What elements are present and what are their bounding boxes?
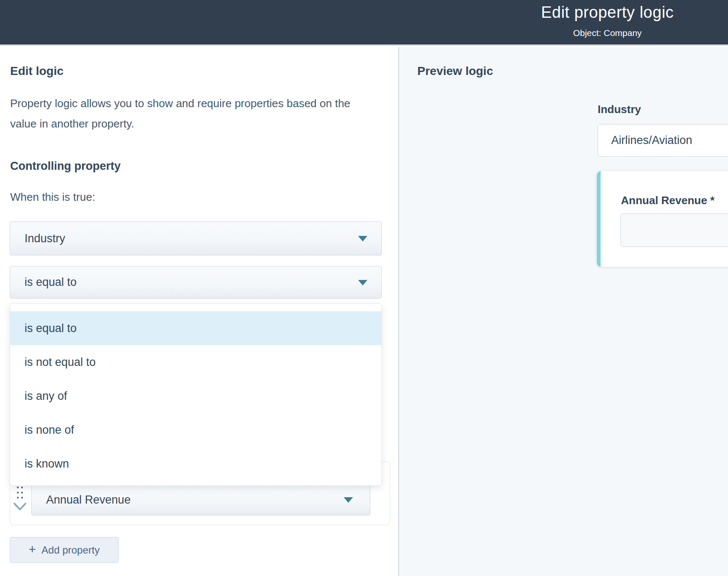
operator-option-is-none-of[interactable]: is none of [10,413,381,447]
industry-input-value: Airlines/Aviation [611,134,692,147]
operator-option-is-known[interactable]: is known [10,447,381,481]
property-logic-description: Property logic allows you to show and re… [10,93,351,134]
object-subtitle: Object: Company [487,28,728,38]
operator-dropdown-listbox: is equal to is not equal to is any of is… [10,303,382,486]
controlling-property-heading: Controlling property [10,160,121,173]
dependent-property-select[interactable]: Annual Revenue [31,484,370,515]
add-property-button[interactable]: + Add property [10,537,119,563]
annual-revenue-label: Annual Revenue * [621,194,714,207]
dependent-property-select-value: Annual Revenue [46,493,131,507]
operator-select-value: is equal to [25,276,77,289]
caret-down-icon [344,497,353,503]
page-title: Edit property logic [487,3,728,22]
operator-option-is-not-equal-to[interactable]: is not equal to [10,345,381,379]
when-true-label: When this is true: [10,191,95,204]
chevron-down-icon[interactable] [13,501,27,512]
operator-option-is-any-of[interactable]: is any of [10,379,381,413]
annual-revenue-input[interactable] [620,213,728,247]
drag-handle-icon[interactable] [17,487,23,499]
header: Edit property logic Object: Company [0,0,728,46]
controlling-property-select[interactable]: Industry [10,222,382,255]
preview-logic-heading: Preview logic [417,64,493,78]
caret-down-icon [358,236,367,241]
header-titles: Edit property logic Object: Company [487,0,728,46]
controlling-property-select-value: Industry [25,232,65,245]
operator-select[interactable]: is equal to [10,266,382,299]
annual-revenue-card: Annual Revenue * [597,171,728,267]
operator-option-is-equal-to[interactable]: is equal to [10,311,381,345]
industry-label: Industry [598,103,641,116]
edit-logic-heading: Edit logic [10,64,63,78]
industry-input[interactable]: Airlines/Aviation [598,124,728,157]
caret-down-icon [358,280,367,285]
add-property-button-label: Add property [41,544,99,556]
plus-icon: + [29,542,36,557]
